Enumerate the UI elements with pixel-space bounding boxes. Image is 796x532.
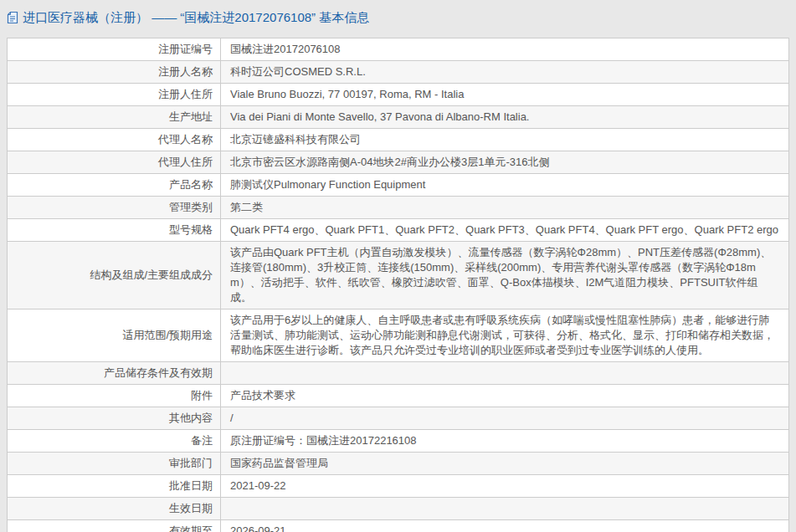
row-label: 产品名称 — [8, 174, 221, 197]
table-row: 生产地址 Via dei Piani di Monte Savello, 37 … — [8, 106, 789, 129]
row-value: 原注册证编号：国械注进20172216108 — [221, 430, 789, 453]
page-title: 进口医疗器械（注册） —— “国械注进20172076108” 基本信息 — [7, 9, 789, 26]
row-label: 批准日期 — [8, 475, 221, 498]
row-value: 国家药品监督管理局 — [221, 453, 789, 475]
table-row: 审批部门 国家药品监督管理局 — [8, 453, 789, 475]
registration-info-table: 注册证编号 国械注进20172076108 注册人名称 科时迈公司COSMED … — [7, 38, 789, 532]
row-value: 肺测试仪Pulmonary Function Equipment — [221, 174, 789, 197]
row-value — [221, 362, 789, 385]
table-row: 结构及组成/主要组成成分 该产品由Quark PFT主机（内置自动激发模块）、流… — [8, 242, 789, 309]
row-label: 生产地址 — [8, 106, 221, 129]
row-label: 注册人住所 — [8, 84, 221, 106]
table-row: 型号规格 Quark PFT4 ergo、Quark PFT1、Quark PF… — [8, 219, 789, 242]
row-label: 注册人名称 — [8, 61, 221, 84]
table-row: 注册人住所 Viale Bruno Buozzi, 77 00197, Roma… — [8, 84, 789, 106]
row-value: 该产品由Quark PFT主机（内置自动激发模块）、流量传感器（数字涡轮Φ28m… — [221, 242, 789, 309]
row-label: 代理人住所 — [8, 151, 221, 174]
row-label: 注册证编号 — [8, 38, 221, 61]
row-value — [221, 498, 789, 520]
row-label: 产品储存条件及有效期 — [8, 362, 221, 385]
row-value: 2021-09-22 — [221, 475, 789, 498]
row-label: 审批部门 — [8, 453, 221, 475]
row-value: 第二类 — [221, 197, 789, 219]
table-row: 批准日期 2021-09-22 — [8, 475, 789, 498]
row-label: 管理类别 — [8, 197, 221, 219]
table-row: 管理类别 第二类 — [8, 197, 789, 219]
row-label: 适用范围/预期用途 — [8, 309, 221, 362]
page-title-text: 进口医疗器械（注册） —— “国械注进20172076108” 基本信息 — [23, 9, 369, 26]
document-icon — [7, 11, 18, 24]
table-row: 产品名称 肺测试仪Pulmonary Function Equipment — [8, 174, 789, 197]
table-row: 代理人住所 北京市密云区水源路南侧A-04地块2#商业办公楼3层1单元-316北… — [8, 151, 789, 174]
table-row: 其他内容 / — [8, 407, 789, 430]
table-row: 附件 产品技术要求 — [8, 385, 789, 407]
row-label: 有效期至 — [8, 520, 221, 532]
table-row: 有效期至 2026-09-21 — [8, 520, 789, 532]
table-row: 代理人名称 北京迈镱盛科科技有限公司 — [8, 129, 789, 151]
row-value: Via dei Piani di Monte Savello, 37 Pavon… — [221, 106, 789, 129]
row-value: 2026-09-21 — [221, 520, 789, 532]
row-value: Quark PFT4 ergo、Quark PFT1、Quark PFT2、Qu… — [221, 219, 789, 242]
row-value: 该产品用于6岁以上的健康人、自主呼吸患者或患有呼吸系统疾病（如哮喘或慢性阻塞性肺… — [221, 309, 789, 362]
table-row: 生效日期 — [8, 498, 789, 520]
page-header: 进口医疗器械（注册） —— “国械注进20172076108” 基本信息 — [0, 0, 796, 31]
table-row: 注册人名称 科时迈公司COSMED S.R.L. — [8, 61, 789, 84]
table-row: 备注 原注册证编号：国械注进20172216108 — [8, 430, 789, 453]
row-label: 结构及组成/主要组成成分 — [8, 242, 221, 309]
row-value: 国械注进20172076108 — [221, 38, 789, 61]
row-label: 附件 — [8, 385, 221, 407]
row-value: 科时迈公司COSMED S.R.L. — [221, 61, 789, 84]
table-row: 注册证编号 国械注进20172076108 — [8, 38, 789, 61]
row-value: Viale Bruno Buozzi, 77 00197, Roma, RM -… — [221, 84, 789, 106]
row-label: 型号规格 — [8, 219, 221, 242]
row-label: 生效日期 — [8, 498, 221, 520]
table-row: 适用范围/预期用途 该产品用于6岁以上的健康人、自主呼吸患者或患有呼吸系统疾病（… — [8, 309, 789, 362]
row-value: 北京迈镱盛科科技有限公司 — [221, 129, 789, 151]
row-value: 产品技术要求 — [221, 385, 789, 407]
row-label: 代理人名称 — [8, 129, 221, 151]
registration-info-table-container: 注册证编号 国械注进20172076108 注册人名称 科时迈公司COSMED … — [7, 38, 789, 532]
row-value: 北京市密云区水源路南侧A-04地块2#商业办公楼3层1单元-316北侧 — [221, 151, 789, 174]
row-value: / — [221, 407, 789, 430]
table-row: 产品储存条件及有效期 — [8, 362, 789, 385]
row-label: 备注 — [8, 430, 221, 453]
row-label: 其他内容 — [8, 407, 221, 430]
